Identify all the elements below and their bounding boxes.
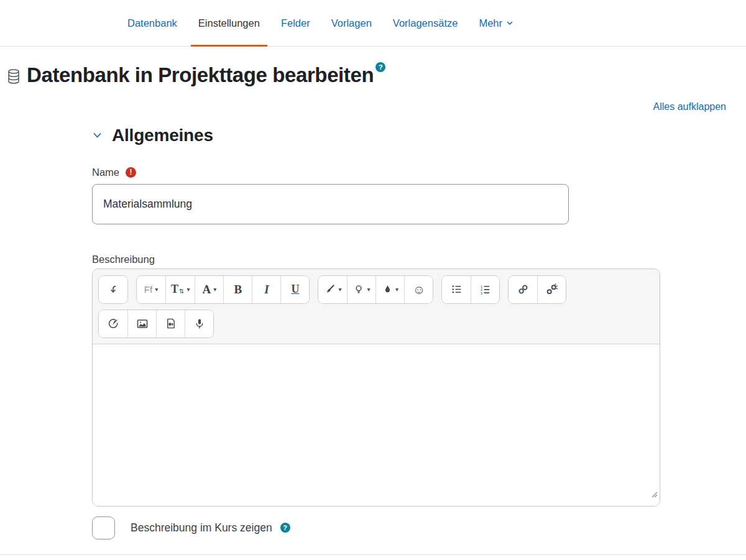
- numbered-list-icon: 1 2 3: [479, 283, 491, 295]
- expand-all-row: Alles aufklappen: [0, 87, 746, 112]
- media-file-icon: [165, 318, 177, 329]
- tab-felder[interactable]: Felder: [274, 0, 318, 46]
- caret-down-icon: ▾: [395, 287, 398, 293]
- italic-button[interactable]: I: [252, 276, 280, 303]
- unlink-icon: [546, 283, 558, 295]
- tab-vorlagensaetze[interactable]: Vorlagensätze: [385, 0, 466, 46]
- equation-editor-button[interactable]: [99, 310, 127, 337]
- microphone-icon: [194, 318, 205, 329]
- svg-text:3: 3: [481, 291, 482, 295]
- bullet-list-icon: [451, 283, 463, 295]
- show-description-row: Beschreibung im Kurs zeigen ?: [92, 516, 660, 539]
- pen-circle-icon: [108, 318, 119, 329]
- tab-datenbank[interactable]: Datenbank: [120, 0, 185, 46]
- name-input[interactable]: [92, 184, 569, 224]
- link-icon: [517, 283, 529, 295]
- section-title: Allgemeines: [112, 126, 213, 145]
- collapse-toolbar-icon[interactable]: [99, 276, 127, 303]
- ordered-list-button[interactable]: 1 2 3: [471, 276, 499, 303]
- required-icon: !: [126, 167, 136, 178]
- paragraph-style-button[interactable]: A ▾: [195, 276, 223, 303]
- tab-vorlagen[interactable]: Vorlagen: [324, 0, 379, 46]
- caret-down-icon: ▾: [213, 287, 216, 293]
- image-icon: [136, 318, 149, 330]
- description-field-label: Beschreibung: [92, 254, 660, 265]
- fill-color-button[interactable]: ▾: [375, 276, 404, 303]
- insert-image-button[interactable]: [127, 310, 156, 337]
- size-arrows-icon: ⇅: [179, 288, 184, 295]
- editor-status-bar: [93, 500, 660, 506]
- show-description-checkbox[interactable]: [92, 516, 115, 539]
- section-allgemeines-toggle[interactable]: Allgemeines: [92, 126, 660, 145]
- tab-einstellungen[interactable]: Einstellungen: [191, 0, 267, 46]
- text-color-button[interactable]: ▾: [318, 276, 347, 303]
- expand-all-link[interactable]: Alles aufklappen: [653, 101, 726, 112]
- chevron-down-icon: [92, 130, 103, 140]
- editor-content-area[interactable]: [93, 344, 660, 500]
- lightbulb-icon: [353, 284, 364, 295]
- section-divider: [0, 554, 746, 555]
- underline-button[interactable]: U: [280, 276, 309, 303]
- show-description-help-icon[interactable]: ?: [280, 523, 290, 533]
- emoticon-button[interactable]: ☺: [404, 276, 433, 303]
- title-help-icon[interactable]: ?: [375, 62, 385, 72]
- smiley-icon: ☺: [413, 283, 425, 296]
- caret-down-icon: ▾: [155, 287, 158, 293]
- font-family-button[interactable]: Ff ▾: [137, 276, 165, 303]
- editor-toolbar: Ff ▾ T ⇅ ▾ A ▾ B: [93, 269, 660, 344]
- caret-down-icon: ▾: [186, 287, 190, 293]
- tab-mehr-label: Mehr: [479, 17, 502, 29]
- description-editor: Ff ▾ T ⇅ ▾ A ▾ B: [92, 269, 660, 507]
- show-description-label: Beschreibung im Kurs zeigen ?: [131, 521, 290, 535]
- unlink-button[interactable]: [537, 276, 566, 303]
- paintbrush-icon: [324, 283, 336, 295]
- droplet-icon: [382, 284, 393, 295]
- highlight-color-button[interactable]: ▾: [347, 276, 375, 303]
- bold-button[interactable]: B: [223, 276, 252, 303]
- insert-media-button[interactable]: [156, 310, 185, 337]
- tab-mehr[interactable]: Mehr: [471, 0, 521, 46]
- font-size-button[interactable]: T ⇅ ▾: [165, 276, 195, 303]
- link-button[interactable]: [509, 276, 537, 303]
- chevron-down-icon: [506, 19, 513, 27]
- unordered-list-button[interactable]: [442, 276, 471, 303]
- caret-down-icon: ▾: [338, 287, 341, 293]
- activity-tabbar: Datenbank Einstellungen Felder Vorlagen …: [0, 0, 746, 47]
- caret-down-icon: ▾: [367, 287, 370, 293]
- name-field-label: Name !: [92, 167, 660, 178]
- page-title: Datenbank in Projekttage bearbeiten?: [27, 63, 385, 87]
- database-icon: [7, 68, 21, 85]
- page-header: Datenbank in Projekttage bearbeiten?: [0, 47, 746, 87]
- settings-form: Allgemeines Name ! Beschreibung: [92, 126, 660, 539]
- record-audio-button[interactable]: [185, 310, 213, 337]
- resize-handle-icon[interactable]: [650, 490, 658, 498]
